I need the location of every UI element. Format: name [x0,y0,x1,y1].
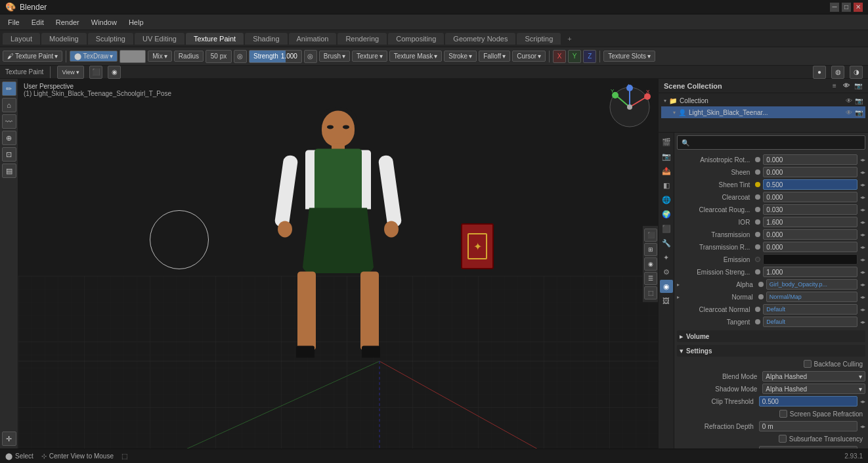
prop-particles-icon[interactable]: ✦ [660,251,673,264]
texture-mask-btn[interactable]: Texture Mask ▾ [389,51,442,62]
view-options-btn[interactable]: View ▾ [57,66,84,79]
prop-scene2-icon[interactable]: 🌐 [660,193,673,206]
ior-dot[interactable] [755,219,760,225]
refraction-depth-val[interactable]: 0 m [759,421,857,431]
clearcoat-rough-dot[interactable] [755,207,760,212]
prop-object-icon[interactable]: ⬛ [660,222,673,235]
transmission-r-dot[interactable] [755,244,760,250]
emission-strength-val[interactable]: 1.000 [763,267,857,277]
ior-val[interactable]: 1.600 [763,217,857,227]
clone-tool[interactable]: ⊕ [2,131,16,145]
draw-tool[interactable]: ✏ [2,81,16,96]
prop-material-icon[interactable]: ◉ [660,280,673,293]
strength-field[interactable]: Strength 1.000 [249,50,302,63]
radius-icon[interactable]: ◎ [234,50,247,63]
clearcoat-val[interactable]: 0.000 [763,192,857,202]
mode-select[interactable]: 🖌 Texture Paint ▾ [3,51,62,62]
close-button[interactable]: ✕ [854,3,863,12]
transmission-dot[interactable] [755,232,760,237]
sheen-val[interactable]: 0.000 [763,167,857,177]
tab-rendering[interactable]: Rendering [337,33,387,45]
sheen-dot[interactable] [755,169,760,175]
tab-shading[interactable]: Shading [245,33,287,45]
prop-physics-icon[interactable]: ⚙ [660,265,673,278]
soften-tool[interactable]: ⌂ [2,98,16,112]
transmission-r-val[interactable]: 0.000 [763,242,857,252]
tab-sculpting[interactable]: Sculpting [88,33,133,45]
active-tool-btn[interactable]: ⬤ TexDraw ▾ [70,51,118,62]
filter-icon[interactable]: ≡ [830,81,839,91]
window-controls[interactable]: ─ □ ✕ [830,3,863,12]
menu-window[interactable]: Window [86,17,122,28]
viewport-icon-1[interactable]: ⬛ [644,229,657,242]
z-axis-btn[interactable]: Z [583,50,596,63]
viewport-icon-2[interactable]: ⊞ [644,243,657,256]
maximize-button[interactable]: □ [842,3,851,12]
mask-tool[interactable]: ▤ [2,164,16,178]
tab-layout[interactable]: Layout [3,33,40,45]
tree-item-collection[interactable]: ▾ 📁 Collection 👁 📷 [661,95,865,106]
cursor-tool[interactable]: ✛ [2,431,16,446]
tab-texture-paint[interactable]: Texture Paint [186,33,244,45]
clip-threshold-val[interactable]: 0.500 [759,396,857,407]
clearcoat-normal-dot[interactable] [755,307,760,312]
transmission-val[interactable]: 0.000 [763,229,857,240]
tree-item-character[interactable]: ▾ 👤 Light_Skin_Black_Teenar... 👁 📷 [661,106,865,118]
cursor-btn[interactable]: Cursor ▾ [512,51,546,62]
viewport-shading-rendered[interactable]: ◑ [850,66,863,79]
prop-texture-icon[interactable]: 🖼 [660,294,673,307]
backface-culling-checkbox[interactable] [804,360,812,368]
settings-section[interactable]: ▾ Settings [677,345,865,357]
tab-add[interactable]: + [562,33,576,44]
tab-uv-editing[interactable]: UV Editing [135,33,184,45]
fill-tool[interactable]: ⊡ [2,147,16,162]
blend-mode-select[interactable]: Alpha Hashed ▾ [762,371,865,382]
sheen-tint-val[interactable]: 0.500 [763,179,857,190]
prop-output-icon[interactable]: 📤 [660,164,673,177]
shading-btn[interactable]: ◉ [108,66,121,79]
y-axis-btn[interactable]: Y [568,50,581,63]
smear-tool[interactable]: 〰 [2,114,16,129]
tab-scripting[interactable]: Scripting [517,33,561,45]
x-axis-btn[interactable]: X [553,50,566,63]
normal-expand[interactable]: ▸ [677,294,680,300]
normal-val[interactable]: Normal/Map [766,292,857,302]
character-vis-icon[interactable]: 👁 [846,109,852,116]
camera-icon[interactable]: 📷 [854,81,863,91]
viewport-shading-solid[interactable]: ● [813,66,826,79]
falloff-btn[interactable]: Falloff ▾ [479,51,510,62]
prop-scene-icon[interactable]: 🎬 [660,135,673,148]
tab-geometry-nodes[interactable]: Geometry Nodes [445,33,515,45]
strength-icon[interactable]: ◎ [304,50,317,63]
brush-type-btn[interactable]: Brush ▾ [319,51,350,62]
menu-help[interactable]: Help [123,17,149,28]
pass-index-val[interactable]: 0 [759,446,857,449]
emission-val[interactable] [763,254,857,265]
tangent-val[interactable]: Default [763,317,857,327]
texture-btn[interactable]: Texture ▾ [352,51,387,62]
overlay-btn[interactable]: ⬛ [89,66,102,79]
alpha-expand[interactable]: ▸ [677,282,680,288]
viewport-shading-material[interactable]: ◍ [831,66,844,79]
shadow-mode-select[interactable]: Alpha Hashed ▾ [762,384,865,394]
character-cam-icon[interactable]: 📷 [855,109,863,116]
prop-view-layer-icon[interactable]: ◧ [660,179,673,192]
menu-file[interactable]: File [3,17,25,28]
collection-cam-icon[interactable]: 📷 [855,97,863,104]
normal-dot[interactable] [758,294,764,299]
blend-select[interactable]: Mix ▾ [148,51,172,62]
sheen-tint-dot[interactable] [755,182,760,187]
clearcoat-dot[interactable] [755,194,760,200]
prop-render-icon[interactable]: 📷 [660,150,673,163]
tab-compositing[interactable]: Compositing [388,33,444,45]
anisotropic-val[interactable]: 0.000 [763,154,857,165]
prop-modifier-icon[interactable]: 🔧 [660,236,673,250]
texture-slots-btn[interactable]: Texture Slots ▾ [603,51,655,62]
minimize-button[interactable]: ─ [830,3,839,12]
emission-dot[interactable] [755,257,760,262]
viewport-icon-3[interactable]: ◉ [644,257,657,271]
volume-section[interactable]: ▸ Volume [677,330,865,342]
color-input[interactable] [119,50,146,63]
stroke-btn[interactable]: Stroke ▾ [444,51,477,62]
props-search-input[interactable] [677,135,865,150]
